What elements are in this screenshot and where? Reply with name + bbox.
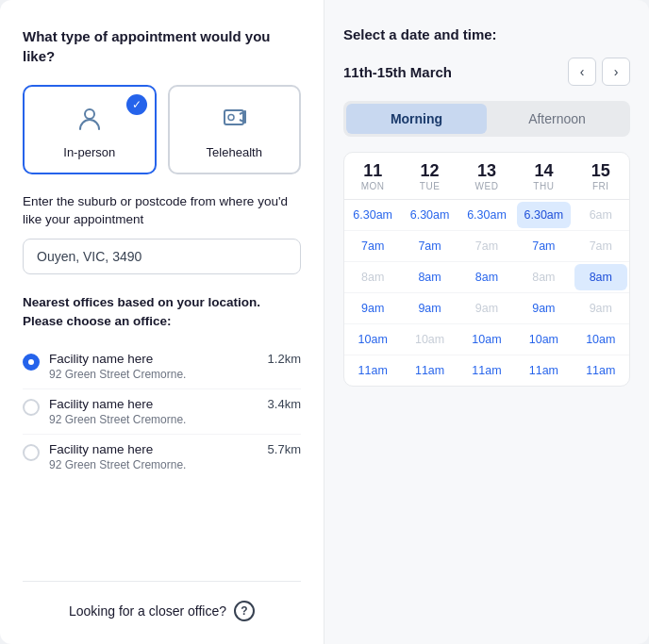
day-header-wed: 13WED bbox=[458, 153, 515, 199]
svg-point-2 bbox=[228, 115, 234, 121]
radio-button-1[interactable] bbox=[23, 354, 40, 371]
time-slot-1-3[interactable]: 7am bbox=[515, 231, 572, 261]
right-title: Select a date and time: bbox=[343, 26, 630, 42]
tab-morning[interactable]: Morning bbox=[346, 104, 487, 134]
calendar-header: 11MON12TUE13WED14THU15FRI bbox=[344, 153, 629, 200]
time-slot-5-1[interactable]: 11am bbox=[401, 355, 458, 386]
time-slot-2-4[interactable]: 8am bbox=[574, 264, 627, 290]
suburb-input[interactable] bbox=[23, 239, 301, 274]
help-icon[interactable]: ? bbox=[234, 601, 255, 621]
time-slot-0-3[interactable]: 6.30am bbox=[517, 202, 570, 228]
time-slot-3-3[interactable]: 9am bbox=[515, 293, 572, 323]
time-slot-1-0[interactable]: 7am bbox=[344, 231, 401, 261]
time-slot-2-1[interactable]: 8am bbox=[401, 262, 458, 292]
office-distance-1: 1.2km bbox=[268, 352, 301, 366]
office-info-1: Facility name here 92 Green Street Cremo… bbox=[49, 352, 258, 381]
appointment-question: What type of appointment would you like? bbox=[23, 26, 301, 66]
time-slot-0-2[interactable]: 6.30am bbox=[458, 200, 515, 230]
day-header-thu: 14THU bbox=[515, 153, 572, 199]
time-slot-4-0[interactable]: 10am bbox=[344, 324, 401, 355]
office-address-3: 92 Green Street Cremorne. bbox=[49, 458, 258, 471]
time-slot-0-4: 6am bbox=[573, 200, 629, 230]
radio-button-3[interactable] bbox=[23, 444, 40, 461]
radio-button-2[interactable] bbox=[23, 399, 40, 416]
time-slot-0-0[interactable]: 6.30am bbox=[344, 200, 401, 230]
main-container: What type of appointment would you like?… bbox=[0, 0, 649, 644]
time-slot-5-4[interactable]: 11am bbox=[573, 355, 629, 386]
time-tabs: Morning Afternoon bbox=[343, 101, 630, 137]
time-row-1: 7am7am7am7am7am bbox=[344, 231, 629, 262]
time-slot-1-1[interactable]: 7am bbox=[401, 231, 458, 261]
suburb-section: Enter the suburb or postcode from where … bbox=[23, 193, 301, 274]
time-slot-4-3[interactable]: 10am bbox=[515, 324, 572, 355]
time-slot-4-2[interactable]: 10am bbox=[458, 324, 515, 355]
left-panel: What type of appointment would you like?… bbox=[0, 0, 324, 644]
next-button[interactable]: › bbox=[602, 58, 630, 86]
office-item-3[interactable]: Facility name here 92 Green Street Cremo… bbox=[23, 435, 301, 479]
time-slot-5-0[interactable]: 11am bbox=[344, 355, 401, 386]
office-radio-1[interactable] bbox=[23, 352, 40, 371]
in-person-label: In-person bbox=[63, 145, 115, 159]
calendar-body: 6.30am6.30am6.30am6.30am6am7am7am7am7am7… bbox=[344, 200, 629, 386]
suburb-label: Enter the suburb or postcode from where … bbox=[23, 193, 301, 229]
office-distance-3: 5.7km bbox=[268, 442, 301, 456]
time-slot-3-0[interactable]: 9am bbox=[344, 293, 401, 323]
time-row-3: 9am9am9am9am9am bbox=[344, 293, 629, 324]
tab-afternoon[interactable]: Afternoon bbox=[487, 104, 627, 134]
day-header-mon: 11MON bbox=[344, 153, 401, 199]
prev-button[interactable]: ‹ bbox=[568, 58, 596, 86]
office-address-2: 92 Green Street Cremorne. bbox=[49, 413, 258, 426]
date-nav: 11th-15th March ‹ › bbox=[343, 58, 630, 86]
footer-link-text: Looking for a closer office? bbox=[69, 603, 226, 619]
office-address-1: 92 Green Street Cremorne. bbox=[49, 368, 258, 381]
office-name-1: Facility name here bbox=[49, 352, 258, 366]
office-item-1[interactable]: Facility name here 92 Green Street Cremo… bbox=[23, 344, 301, 389]
time-slot-3-4: 9am bbox=[573, 293, 629, 323]
svg-point-0 bbox=[85, 109, 94, 119]
office-radio-3[interactable] bbox=[23, 442, 40, 461]
time-slot-3-2: 9am bbox=[458, 293, 515, 323]
time-slot-3-1[interactable]: 9am bbox=[401, 293, 458, 323]
day-header-fri: 15FRI bbox=[573, 153, 629, 199]
time-slot-2-2[interactable]: 8am bbox=[458, 262, 515, 292]
telehealth-label: Telehealth bbox=[207, 145, 262, 159]
time-slot-5-3[interactable]: 11am bbox=[515, 355, 572, 386]
apt-type-in-person[interactable]: ✓ In-person bbox=[23, 85, 157, 174]
time-row-5: 11am11am11am11am11am bbox=[344, 355, 629, 386]
time-row-0: 6.30am6.30am6.30am6.30am6am bbox=[344, 200, 629, 231]
day-header-tue: 12TUE bbox=[401, 153, 458, 199]
offices-section: Nearest offices based on your location. … bbox=[23, 293, 301, 480]
office-info-3: Facility name here 92 Green Street Cremo… bbox=[49, 442, 258, 471]
office-name-2: Facility name here bbox=[49, 397, 258, 411]
time-row-4: 10am10am10am10am10am bbox=[344, 324, 629, 355]
nav-buttons: ‹ › bbox=[568, 58, 630, 86]
office-name-3: Facility name here bbox=[49, 442, 258, 456]
offices-title: Nearest offices based on your location. … bbox=[23, 293, 301, 332]
time-slot-2-3: 8am bbox=[515, 262, 572, 292]
telehealth-icon bbox=[215, 100, 253, 138]
appointment-types: ✓ In-person Telehealth bbox=[23, 85, 301, 174]
time-slot-0-1[interactable]: 6.30am bbox=[401, 200, 458, 230]
apt-type-telehealth[interactable]: Telehealth bbox=[168, 85, 302, 174]
footer-link[interactable]: Looking for a closer office? ? bbox=[23, 581, 301, 621]
time-slot-4-1: 10am bbox=[401, 324, 458, 355]
time-row-2: 8am8am8am8am8am bbox=[344, 262, 629, 293]
office-radio-2[interactable] bbox=[23, 397, 40, 416]
time-slot-5-2[interactable]: 11am bbox=[458, 355, 515, 386]
date-range: 11th-15th March bbox=[343, 64, 452, 80]
selected-check-icon: ✓ bbox=[126, 94, 147, 115]
calendar-grid: 11MON12TUE13WED14THU15FRI 6.30am6.30am6.… bbox=[343, 152, 630, 387]
time-slot-1-4: 7am bbox=[573, 231, 629, 261]
office-distance-2: 3.4km bbox=[268, 397, 301, 411]
time-slot-4-4[interactable]: 10am bbox=[573, 324, 629, 355]
office-item-2[interactable]: Facility name here 92 Green Street Cremo… bbox=[23, 389, 301, 435]
office-info-2: Facility name here 92 Green Street Cremo… bbox=[49, 397, 258, 426]
time-slot-1-2: 7am bbox=[458, 231, 515, 261]
time-slot-2-0: 8am bbox=[344, 262, 401, 292]
in-person-icon bbox=[71, 100, 108, 138]
right-panel: Select a date and time: 11th-15th March … bbox=[324, 0, 649, 644]
